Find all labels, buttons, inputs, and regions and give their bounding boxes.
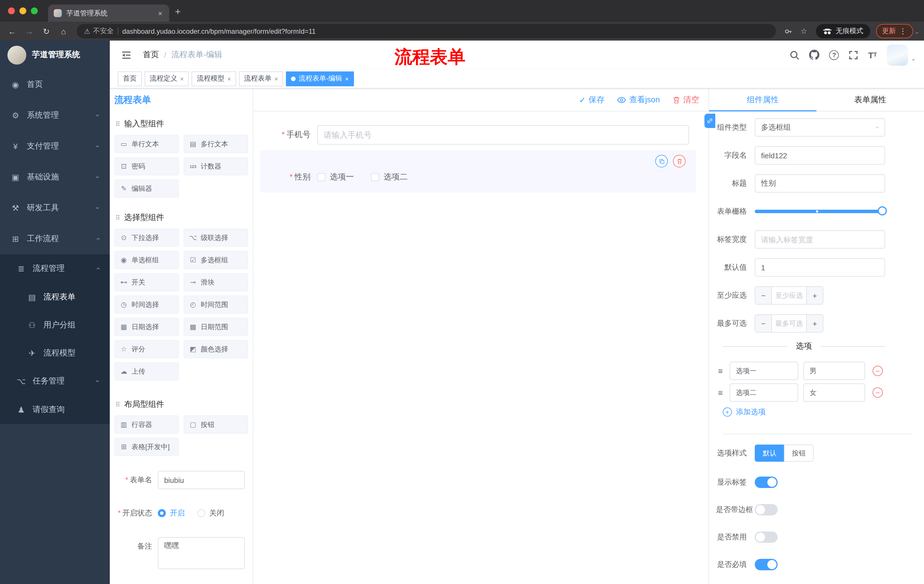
tag-home[interactable]: 首页	[118, 71, 142, 86]
palette-item-color[interactable]: ◩颜色选择	[183, 340, 248, 358]
show-label-switch[interactable]	[755, 477, 778, 488]
add-option-button[interactable]: + 添加选项	[723, 405, 924, 419]
increase-button[interactable]: +	[806, 287, 823, 304]
sidebar-item-leave-query[interactable]: ♟ 请假查询	[0, 395, 110, 424]
label-width-input[interactable]	[755, 230, 885, 248]
form-name-input[interactable]	[158, 471, 245, 489]
tag-process-definition[interactable]: 流程定义 ×	[145, 71, 189, 86]
avatar-caret-icon[interactable]: ›	[911, 59, 917, 61]
palette-item-cascader[interactable]: ⌥级联选择	[183, 229, 248, 247]
copy-field-button[interactable]	[655, 155, 668, 168]
decrease-button[interactable]: −	[755, 315, 772, 332]
tab-form-props[interactable]: 表单属性	[817, 89, 924, 111]
status-on-radio[interactable]: 开启	[158, 504, 185, 522]
sidebar-logo[interactable]: 芋道管理系统	[0, 41, 110, 69]
view-json-button[interactable]: 查看json	[617, 95, 660, 105]
border-switch[interactable]	[755, 504, 778, 515]
palette-item-counter[interactable]: 123计数器	[183, 157, 248, 175]
palette-item-time[interactable]: ◷时间选择	[114, 295, 179, 314]
palette-item-button[interactable]: ▢按钮	[183, 415, 248, 434]
tab-close-icon[interactable]: ×	[157, 9, 163, 17]
palette-item-checkbox-group[interactable]: ☑多选框组	[183, 251, 248, 269]
maximize-window-button[interactable]	[31, 7, 38, 14]
close-icon[interactable]: ×	[274, 75, 278, 82]
grid-slider[interactable]	[755, 202, 885, 220]
max-select-input[interactable]	[772, 315, 806, 332]
drag-handle-icon[interactable]: ≡	[716, 388, 725, 397]
tab-component-props[interactable]: 组件属性	[709, 89, 817, 111]
font-size-icon[interactable]: TT	[868, 51, 877, 59]
link-handle-button[interactable]	[705, 114, 715, 128]
sidebar-item-process-form[interactable]: ▤ 流程表单	[0, 283, 110, 311]
minimize-window-button[interactable]	[20, 7, 26, 14]
sidebar-item-workflow[interactable]: ⊞ 工作流程 ›	[0, 224, 110, 254]
remove-option-button[interactable]: −	[873, 366, 883, 376]
palette-item-textarea[interactable]: ▤多行文本	[183, 135, 248, 153]
fullscreen-icon[interactable]	[849, 50, 858, 60]
address-bar[interactable]: ⚠ 不安全 dashboard.yudao.iocoder.cn/bpm/man…	[77, 24, 776, 38]
increase-button[interactable]: +	[806, 315, 823, 332]
search-icon[interactable]	[790, 50, 800, 60]
clear-button[interactable]: 清空	[672, 95, 699, 105]
phone-field[interactable]: 手机号	[260, 125, 689, 145]
remove-option-button[interactable]: −	[873, 387, 883, 398]
palette-item-upload[interactable]: ☁上传	[114, 362, 179, 380]
palette-item-password[interactable]: ⊡密码	[114, 157, 179, 175]
close-icon[interactable]: ×	[227, 75, 231, 82]
sidebar-item-task-management[interactable]: ⌥ 任务管理 ›	[0, 367, 110, 395]
browser-tab[interactable]: 芋道管理系统 ×	[48, 5, 169, 22]
slider-handle[interactable]	[878, 206, 887, 216]
close-icon[interactable]: ×	[345, 75, 349, 82]
status-off-radio[interactable]: 关闭	[197, 504, 224, 522]
drag-handle-icon[interactable]: ≡	[716, 366, 725, 375]
style-default-button[interactable]: 默认	[755, 444, 784, 462]
new-tab-button[interactable]: +	[169, 3, 186, 21]
gender-field-selected[interactable]: 性别 选项一 选项二	[260, 150, 696, 192]
sidebar-item-process-model[interactable]: ✈ 流程模型	[0, 339, 110, 367]
sidebar-item-home[interactable]: ◉ 首页	[0, 69, 110, 100]
sidebar-item-infrastructure[interactable]: ▣ 基础设施 ›	[0, 162, 110, 192]
palette-item-time-range[interactable]: ◴时间范围	[183, 295, 248, 314]
sidebar-item-payment[interactable]: ¥ 支付管理 ›	[0, 131, 110, 162]
user-avatar[interactable]	[886, 44, 908, 66]
palette-item-rate[interactable]: ☆评分	[114, 340, 179, 358]
required-switch[interactable]	[755, 559, 778, 570]
password-key-icon[interactable]	[782, 27, 795, 35]
option-2-label-input[interactable]	[729, 383, 798, 402]
sidebar-item-user-group[interactable]: ⚇ 用户分组	[0, 311, 110, 339]
palette-item-single-line[interactable]: ▭单行文本	[114, 135, 179, 153]
back-icon[interactable]: ←	[5, 24, 20, 39]
hamburger-icon[interactable]	[119, 51, 134, 59]
tag-process-form[interactable]: 流程表单 ×	[239, 71, 283, 86]
min-select-input[interactable]	[772, 287, 806, 304]
palette-item-select[interactable]: ⊙下拉选择	[114, 229, 179, 247]
save-button[interactable]: ✓ 保存	[579, 95, 604, 105]
browser-update-button[interactable]: 更新 ⋮	[876, 24, 913, 38]
bookmark-star-icon[interactable]: ☆	[798, 27, 810, 35]
option-1-label-input[interactable]	[729, 362, 798, 380]
palette-item-radio-group[interactable]: ◉单选框组	[114, 251, 179, 269]
browser-menu-icon[interactable]: ⋮	[899, 27, 907, 35]
gender-option-1-checkbox[interactable]: 选项一	[317, 172, 354, 182]
help-icon[interactable]: ?	[829, 50, 839, 60]
forward-icon[interactable]: →	[22, 24, 36, 39]
reload-icon[interactable]: ↻	[39, 24, 54, 39]
title-input[interactable]	[755, 174, 885, 192]
github-icon[interactable]	[809, 50, 820, 60]
decrease-button[interactable]: −	[755, 287, 772, 304]
close-window-button[interactable]	[8, 7, 15, 14]
sidebar-item-system[interactable]: ⚙ 系统管理 ›	[0, 100, 110, 131]
palette-item-date-range[interactable]: ▩日期范围	[183, 318, 248, 336]
style-button-button[interactable]: 按钮	[784, 444, 813, 462]
disabled-switch[interactable]	[755, 531, 778, 543]
field-name-input[interactable]	[755, 146, 885, 165]
palette-item-date[interactable]: ▦日期选择	[114, 318, 179, 336]
sidebar-item-devtools[interactable]: ⚒ 研发工具 ›	[0, 192, 110, 224]
default-value-input[interactable]	[755, 258, 885, 276]
palette-item-table[interactable]: ⊞表格[开发中]	[114, 438, 179, 456]
home-icon[interactable]: ⌂	[56, 24, 71, 39]
close-icon[interactable]: ×	[180, 75, 184, 82]
tag-process-model[interactable]: 流程模型 ×	[192, 71, 236, 86]
gender-option-2-checkbox[interactable]: 选项二	[371, 172, 408, 182]
palette-item-switch[interactable]: ⊷开关	[114, 273, 179, 291]
